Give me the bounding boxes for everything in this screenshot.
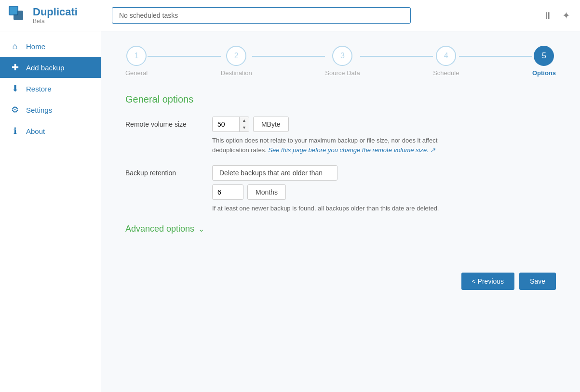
step-4: 4 Schedule [433,46,459,77]
remote-volume-unit-btn[interactable]: MByte [253,117,289,132]
step-4-circle: 4 [436,46,456,66]
pause-button[interactable]: ⏸ [541,8,554,23]
step-1-label: General [125,69,148,77]
step-3-circle: 3 [332,46,352,66]
step-1: 1 General [125,46,148,77]
step-2-number: 2 [234,52,239,60]
step-3-label: Source Data [325,69,360,77]
step-5-label: Options [532,69,556,77]
app-header: Duplicati Beta No scheduled tasks ⏸ ✦ [0,0,580,31]
step-4-number: 4 [444,52,448,60]
step-1-circle: 1 [126,46,147,66]
connector-1-2 [148,56,221,57]
step-5: 5 Options [532,46,556,77]
step-2: 2 Destination [221,46,252,77]
remote-volume-help-link[interactable]: See this page before you change the remo… [268,146,435,154]
remote-volume-down-btn[interactable]: ▼ [240,124,249,131]
home-icon: ⌂ [10,41,20,52]
previous-button[interactable]: < Previous [461,273,515,290]
retention-months-input[interactable] [212,184,243,200]
step-3-number: 3 [340,52,345,60]
retention-dropdown[interactable]: Delete backups that are older than [212,165,337,181]
sidebar: ⌂ Home ✚ Add backup ⬇ Restore ⚙ Settings… [0,31,101,392]
remote-volume-up-btn[interactable]: ▲ [240,117,249,124]
header-icons: ⏸ ✦ [541,8,572,23]
remote-volume-controls: ▲ ▼ MByte This option does not relate to… [212,117,556,155]
remote-volume-label: Remote volume size [125,117,212,128]
pause-icon: ⏸ [543,10,553,21]
sidebar-item-add-backup-label: Add backup [26,64,64,72]
step-2-label: Destination [221,69,252,77]
general-options-section: General options Remote volume size ▲ ▼ M… [125,94,556,213]
sidebar-item-about[interactable]: ℹ About [0,120,101,142]
spinner-icon: ✦ [562,10,570,21]
retention-dropdown-group: Delete backups that are older than [212,165,556,181]
advanced-options-section: Advanced options ⌄ [125,224,556,234]
sidebar-item-restore[interactable]: ⬇ Restore [0,78,101,99]
step-4-label: Schedule [433,69,459,77]
scheduled-tasks-display: No scheduled tasks [112,7,411,24]
advanced-options-label: Advanced options [125,224,194,234]
step-5-number: 5 [542,52,546,60]
section-title: General options [125,94,556,105]
logo-text: Duplicati Beta [33,6,78,25]
sidebar-item-restore-label: Restore [26,85,52,93]
advanced-options-toggle[interactable]: Advanced options ⌄ [125,224,204,234]
app-title: Duplicati [33,6,78,18]
backup-retention-label: Backup retention [125,165,212,177]
app-subtitle: Beta [33,18,78,25]
step-2-circle: 2 [226,46,246,66]
backup-retention-controls: Delete backups that are older than Month… [212,165,556,213]
logo-area: Duplicati Beta [8,5,104,26]
spinner-icon-btn[interactable]: ✦ [560,8,572,23]
remote-volume-input[interactable] [213,117,239,131]
logo-icon [8,5,29,26]
sidebar-item-about-label: About [26,127,45,135]
chevron-down-icon: ⌄ [198,224,204,234]
retention-help: If at least one newer backup is found, a… [212,204,444,213]
connector-2-3 [252,56,325,57]
sidebar-item-home[interactable]: ⌂ Home [0,36,101,57]
retention-months-unit-btn[interactable]: Months [247,184,286,200]
save-button[interactable]: Save [519,273,556,290]
remote-volume-spinners: ▲ ▼ [239,117,249,131]
footer-actions: < Previous Save [125,263,556,290]
external-link-icon: ↗ [430,146,435,154]
restore-icon: ⬇ [10,83,20,94]
settings-icon: ⚙ [10,105,20,115]
svg-rect-2 [10,7,17,14]
remote-volume-row: Remote volume size ▲ ▼ MByte Th [125,117,556,155]
connector-4-5 [459,56,532,57]
remote-volume-help: This option does not relate to your maxi… [212,136,444,155]
remote-volume-input-group: ▲ ▼ MByte [212,117,556,132]
about-icon: ℹ [10,126,20,136]
retention-months-group: Months [212,184,556,200]
sidebar-item-home-label: Home [26,42,45,51]
wizard-stepper: 1 General 2 Destination 3 Source Data [125,46,556,77]
step-1-number: 1 [135,52,139,60]
add-icon: ✚ [10,62,20,73]
sidebar-item-settings[interactable]: ⚙ Settings [0,99,101,120]
layout: ⌂ Home ✚ Add backup ⬇ Restore ⚙ Settings… [0,31,580,392]
remote-volume-input-wrap: ▲ ▼ [212,117,249,132]
connector-3-4 [360,56,433,57]
sidebar-item-add-backup[interactable]: ✚ Add backup [0,57,101,78]
backup-retention-row: Backup retention Delete backups that are… [125,165,556,213]
step-3: 3 Source Data [325,46,360,77]
main-content: 1 General 2 Destination 3 Source Data [101,31,580,392]
sidebar-item-settings-label: Settings [26,106,52,114]
step-5-circle: 5 [534,46,554,66]
